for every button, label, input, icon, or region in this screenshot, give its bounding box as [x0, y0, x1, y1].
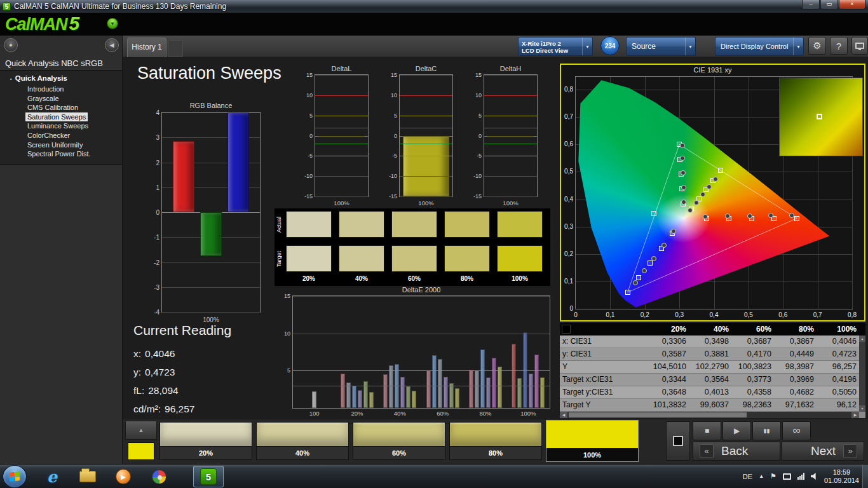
- meter-dropdown[interactable]: X-Rite i1Pro 2 LCD Direct View ▼: [518, 37, 593, 56]
- tab-history-1[interactable]: History 1: [127, 37, 166, 57]
- language-indicator[interactable]: DE: [743, 473, 752, 480]
- table-cell: 98,3987: [774, 361, 817, 373]
- sidebar-item-saturation-sweeps[interactable]: Saturation Sweeps: [25, 112, 88, 122]
- collapse-sidebar-button[interactable]: ◀: [105, 38, 119, 52]
- table-row[interactable]: Target Y101,383299,603798,236397,163296,…: [560, 399, 859, 412]
- table-header-row: 20%40%60%80%100%: [560, 323, 865, 336]
- delta-c-plot: 151050-5-10-15: [399, 74, 453, 197]
- taskbar-item-paint[interactable]: [144, 466, 174, 487]
- table-row[interactable]: Y104,5010102,2790100,382398,398796,257: [560, 361, 859, 374]
- y-tick-label: 0: [469, 133, 482, 139]
- table-cell: 0,4449: [774, 348, 817, 360]
- network-icon[interactable]: [797, 473, 804, 480]
- table-row[interactable]: y: CIE310,35870,38810,41700,44490,4723: [560, 348, 859, 361]
- action-center-flag-icon[interactable]: ⚑: [770, 472, 776, 480]
- sidebar-item-screen-uniformity[interactable]: Screen Uniformity: [25, 140, 85, 150]
- volume-icon[interactable]: [811, 473, 818, 480]
- tree-root[interactable]: ▪Quick Analysis: [0, 73, 122, 85]
- table-vertical-scrollbar[interactable]: ▲ ▼: [859, 336, 865, 412]
- patch-button-80%[interactable]: 80%: [449, 422, 542, 460]
- sidebar-item-colorchecker[interactable]: ColorChecker: [25, 131, 72, 140]
- scroll-down-icon[interactable]: ▼: [859, 405, 865, 412]
- reference-line: [400, 128, 452, 128]
- show-desktop-button[interactable]: [862, 464, 868, 488]
- sidebar-item-spectral-power-dist-[interactable]: Spectral Power Dist.: [25, 149, 93, 159]
- y-tick-label: -15: [384, 193, 397, 200]
- scroll-up-icon[interactable]: ▲: [859, 336, 865, 342]
- start-button[interactable]: [3, 465, 27, 488]
- table-horizontal-scrollbar[interactable]: ◀ ▶: [560, 412, 859, 418]
- taskbar-item-explorer[interactable]: [72, 466, 103, 487]
- taskbar-item-calman[interactable]: 5: [193, 466, 224, 487]
- scroll-right-icon[interactable]: ▶: [851, 412, 859, 418]
- taskbar-item-internet-explorer[interactable]: e: [37, 466, 67, 487]
- patch-button-40%[interactable]: 40%: [256, 422, 349, 460]
- play-icon: ▶: [734, 426, 740, 435]
- source-dropdown[interactable]: Source ▼: [626, 37, 696, 56]
- y-tick-label: -2: [147, 259, 159, 266]
- pause-button[interactable]: ▮▮: [752, 421, 781, 440]
- actual-swatch: [444, 211, 490, 238]
- continuous-read-button[interactable]: ∞: [782, 421, 811, 440]
- table-row[interactable]: x: CIE310,33060,34980,36870,38670,4046: [560, 336, 859, 348]
- table-cell: 0,3648: [646, 386, 689, 398]
- target-marker: [625, 290, 630, 295]
- measurement-marker: [661, 243, 667, 248]
- row-label: Y: [560, 361, 646, 373]
- display-control-dropdown[interactable]: Direct Display Control ▼: [715, 37, 804, 56]
- meter-status-badge[interactable]: 234: [600, 36, 620, 55]
- scroll-left-icon[interactable]: ◀: [560, 412, 567, 418]
- series-color-swatch: [562, 325, 571, 334]
- y-tick-label: -1: [147, 234, 159, 241]
- patch-button-20%[interactable]: 20%: [159, 422, 252, 460]
- cie-chart-panel[interactable]: CIE 1931 xy 00,10,20,30,40,50,60,70,80,8…: [560, 64, 865, 322]
- sidebar-item-introduction[interactable]: Introduction: [25, 85, 65, 94]
- sidebar-item-cms-calibration[interactable]: CMS Calibration: [25, 103, 80, 112]
- patch-button-60%[interactable]: 60%: [353, 422, 445, 460]
- logo-dropdown-button[interactable]: ▼: [107, 18, 118, 29]
- target-swatch: [391, 245, 437, 272]
- next-button[interactable]: Next »: [782, 442, 864, 461]
- taskbar-item-media-player[interactable]: ▶: [108, 466, 139, 487]
- swatch-column-label: 60%: [388, 275, 441, 282]
- sidebar-item-luminance-sweeps[interactable]: Luminance Sweeps: [25, 121, 90, 131]
- table-row[interactable]: Target x:CIE310,33440,35640,37730,39690,…: [560, 374, 859, 386]
- network-bar: [803, 473, 804, 480]
- taskbar-clock[interactable]: 18:59 01.09.2014: [824, 468, 859, 485]
- delta-e-bar: [486, 377, 491, 408]
- session-button[interactable]: ●: [4, 38, 18, 52]
- minimize-button[interactable]: –: [802, 0, 820, 10]
- display-button[interactable]: [851, 37, 868, 55]
- back-button[interactable]: « Back: [693, 442, 780, 461]
- display-tray-icon[interactable]: [783, 473, 791, 480]
- delta-e-bar: [534, 355, 539, 408]
- tab-new[interactable]: [168, 40, 183, 57]
- flag-pane: [10, 472, 15, 477]
- sidebar-item-grayscale[interactable]: Grayscale: [25, 94, 61, 104]
- play-button[interactable]: ▶: [722, 421, 751, 440]
- stop-measure-button[interactable]: [666, 421, 690, 461]
- hidden-icons-button[interactable]: ▲: [759, 473, 764, 479]
- patch-list-up-button[interactable]: ▲: [125, 421, 157, 440]
- scrollbar-thumb[interactable]: [569, 412, 747, 417]
- y-tick-label: -3: [147, 284, 159, 291]
- table-cell: 0,3969: [774, 374, 817, 386]
- actual-swatch: [497, 211, 543, 238]
- stop-button[interactable]: ■: [693, 421, 721, 440]
- column-header: 100%: [817, 323, 859, 336]
- gridline: [315, 75, 368, 76]
- help-button[interactable]: ?: [830, 37, 848, 55]
- close-button[interactable]: ×: [839, 0, 865, 10]
- collapse-left-icon: ◀: [110, 42, 114, 48]
- y-tick-label: 0,6: [559, 140, 573, 147]
- chart-title: DeltaE 2000: [292, 286, 550, 294]
- delta-e-bar: [449, 383, 454, 408]
- restore-button[interactable]: ▭: [820, 0, 838, 10]
- table-row[interactable]: Target y:CIE310,36480,40130,43580,46820,…: [560, 386, 859, 399]
- measurement-marker: [694, 200, 699, 205]
- patch-button-100%[interactable]: 100%: [546, 420, 639, 462]
- settings-button[interactable]: ⚙: [808, 37, 826, 55]
- delta-h-plot: 151050-5-10-15: [484, 74, 538, 197]
- patch-color: [450, 423, 541, 447]
- x-tick-label: 0,6: [773, 311, 792, 318]
